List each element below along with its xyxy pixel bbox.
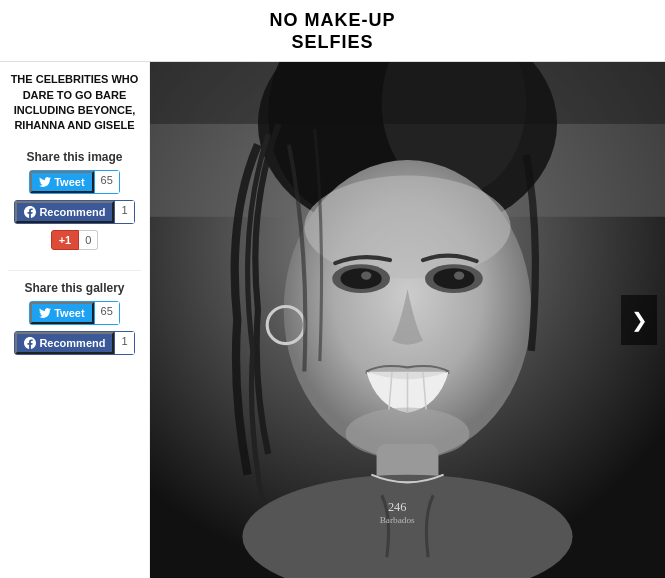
twitter-icon <box>39 176 51 188</box>
gplus-label: +1 <box>59 234 72 246</box>
gplus-image-row: +1 0 <box>8 230 141 250</box>
page-wrapper: NO MAKE-UP SELFIES THE CELEBRITIES WHO D… <box>0 0 665 578</box>
fb-recommend-image-button[interactable]: Recommend <box>15 201 114 223</box>
header-title: NO MAKE-UP SELFIES <box>0 10 665 53</box>
next-button[interactable]: ❯ <box>621 295 657 345</box>
gplus-image-btn-wrapper: +1 0 <box>51 230 99 250</box>
fb-image-btn-wrapper: Recommend 1 <box>14 200 134 224</box>
facebook-icon-gallery <box>24 337 36 349</box>
share-gallery-section: Share this gallery Tweet 65 <box>8 281 141 355</box>
gplus-image-button[interactable]: +1 <box>51 230 80 250</box>
svg-point-11 <box>433 269 474 290</box>
tweet-image-btn-wrapper: Tweet 65 <box>29 170 120 194</box>
recommend-count-gallery: 1 <box>114 332 133 354</box>
share-image-section: Share this image Tweet 65 <box>8 150 141 250</box>
fb-gallery-btn-wrapper: Recommend 1 <box>14 331 134 355</box>
fb-gallery-row: Recommend 1 <box>8 331 141 355</box>
tweet-image-row: Tweet 65 <box>8 170 141 194</box>
svg-point-8 <box>340 269 381 290</box>
main-area: THE CELEBRITIES WHO DARE TO GO BARE INCL… <box>0 62 665 578</box>
tweet-gallery-label: Tweet <box>54 307 84 319</box>
svg-text:Barbados: Barbados <box>380 515 415 525</box>
recommend-label: Recommend <box>39 206 105 218</box>
share-image-label: Share this image <box>8 150 141 164</box>
image-area: 246 Barbados ❯ <box>150 62 665 578</box>
svg-point-12 <box>454 272 464 280</box>
tweet-gallery-btn-wrapper: Tweet 65 <box>29 301 120 325</box>
tweet-gallery-row: Tweet 65 <box>8 301 141 325</box>
photo-svg: 246 Barbados <box>150 62 665 578</box>
divider <box>8 270 141 271</box>
twitter-icon-gallery <box>39 307 51 319</box>
tweet-label: Tweet <box>54 176 84 188</box>
svg-text:246: 246 <box>388 500 407 514</box>
header-line1: NO MAKE-UP <box>270 10 396 30</box>
fb-recommend-gallery-button[interactable]: Recommend <box>15 332 114 354</box>
tweet-count-gallery: 65 <box>94 302 119 324</box>
fb-image-row: Recommend 1 <box>8 200 141 224</box>
facebook-icon <box>24 206 36 218</box>
svg-rect-22 <box>150 62 665 124</box>
header: NO MAKE-UP SELFIES <box>0 0 665 62</box>
recommend-count-image: 1 <box>114 201 133 223</box>
sidebar: THE CELEBRITIES WHO DARE TO GO BARE INCL… <box>0 62 150 578</box>
recommend-gallery-label: Recommend <box>39 337 105 349</box>
next-chevron-icon: ❯ <box>631 308 648 332</box>
article-title: THE CELEBRITIES WHO DARE TO GO BARE INCL… <box>8 72 141 134</box>
header-line2: SELFIES <box>291 32 373 52</box>
tweet-image-button[interactable]: Tweet <box>30 171 93 193</box>
share-gallery-label: Share this gallery <box>8 281 141 295</box>
main-photo: 246 Barbados <box>150 62 665 578</box>
gplus-count-image: 0 <box>79 230 98 250</box>
svg-point-9 <box>361 272 371 280</box>
tweet-count-image: 65 <box>94 171 119 193</box>
tweet-gallery-button[interactable]: Tweet <box>30 302 93 324</box>
